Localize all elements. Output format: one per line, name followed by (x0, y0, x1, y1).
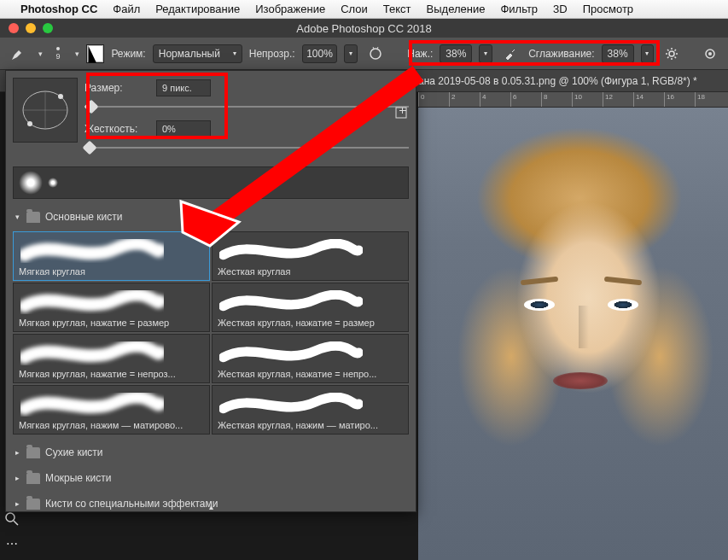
brush-preset-name: Жесткая круглая, нажим — матиро... (218, 420, 403, 430)
menu-3d[interactable]: 3D (553, 3, 568, 15)
brush-preset-tile[interactable]: Мягкая круглая (13, 231, 210, 281)
folder-icon (26, 499, 40, 510)
svg-point-0 (370, 49, 381, 59)
svg-point-3 (708, 52, 712, 55)
gear-icon[interactable] (661, 42, 684, 66)
svg-point-9 (399, 83, 404, 88)
pressure-opacity-icon[interactable] (364, 42, 387, 66)
mode-select[interactable]: Нормальный ▾ (153, 44, 242, 63)
brush-preset-name: Жесткая круглая (218, 266, 403, 277)
brush-preset-tile[interactable]: Жесткая круглая, нажатие = размер (212, 283, 409, 332)
brush-tool-icon[interactable] (7, 42, 30, 66)
window-title: Adobe Photoshop CC 2018 (296, 22, 431, 35)
brush-preset-name: Жесткая круглая, нажатие = размер (218, 318, 403, 328)
brush-preset-tile[interactable]: Мягкая круглая, нажатие = непроз... (13, 334, 210, 383)
svg-point-1 (669, 51, 674, 56)
brush-tip-preview[interactable] (13, 78, 78, 143)
window-title-bar: Adobe Photoshop CC 2018 (0, 19, 728, 38)
smoothing-input[interactable]: 38% (602, 44, 634, 63)
tool-dropdown-chev[interactable]: ▾ (38, 50, 43, 58)
menu-select[interactable]: Выделение (427, 3, 486, 15)
opacity-chev[interactable]: ▾ (344, 44, 357, 63)
folder-icon (26, 447, 40, 458)
brush-preset-name: Мягкая круглая, нажим — матирово... (19, 420, 204, 430)
brush-preset-name: Жесткая круглая, нажатие = непро... (218, 369, 403, 379)
brush-preset-tile[interactable]: Мягкая круглая, нажатие = размер (13, 283, 210, 332)
window-maximize-button[interactable] (43, 23, 53, 33)
gear-icon[interactable] (393, 78, 409, 93)
brush-preset-name: Мягкая круглая, нажатие = размер (19, 318, 204, 328)
canvas[interactable] (418, 108, 728, 560)
brush-preset-name: Мягкая круглая (19, 266, 204, 277)
menu-edit[interactable]: Редактирование (155, 3, 240, 15)
brush-preset-name: Мягкая круглая, нажатие = непроз... (19, 369, 204, 379)
mac-menu-bar: Photoshop CC Файл Редактирование Изображ… (0, 0, 728, 19)
window-close-button[interactable] (9, 23, 19, 33)
menu-view[interactable]: Просмотр (583, 3, 633, 15)
folder-icon (26, 212, 40, 223)
more-tools-icon[interactable]: ⋯ (6, 537, 18, 551)
recent-brushes-strip (13, 166, 409, 199)
brush-preset-tile[interactable]: Жесткая круглая, нажатие = непро... (212, 334, 409, 383)
chevron-right-icon: ▸ (13, 499, 21, 508)
window-minimize-button[interactable] (26, 23, 36, 33)
brush-preset-tile[interactable]: Жесткая круглая, нажим — матиро... (212, 385, 409, 435)
brush-preset-thumb[interactable]: 9 (50, 42, 67, 66)
size-label: Размер: (84, 82, 149, 94)
svg-rect-10 (396, 108, 406, 118)
folder-icon (26, 473, 40, 484)
menu-file[interactable]: Файл (113, 3, 140, 15)
brush-folder-wet[interactable]: ▸ Мокрые кисти (13, 467, 409, 489)
brush-folder-basic[interactable]: ▾ Основные кисти (13, 206, 409, 228)
swap-color-icon[interactable] (86, 44, 104, 63)
canvas-image (418, 108, 728, 560)
brush-preset-chev[interactable]: ▾ (75, 50, 79, 58)
pressure-size-icon[interactable] (698, 42, 721, 66)
chevron-down-icon: ▾ (13, 213, 21, 221)
options-bar: ▾ 9 ▾ Режим: Нормальный ▾ Непрозр.: 100%… (0, 38, 728, 70)
smoothing-chev[interactable]: ▾ (641, 44, 654, 63)
chevron-right-icon: ▸ (13, 474, 21, 482)
menu-image[interactable]: Изображение (255, 3, 325, 15)
size-slider[interactable] (84, 100, 409, 114)
chevron-right-icon: ▸ (13, 448, 21, 457)
recent-brush-thumb[interactable] (48, 178, 58, 188)
hardness-input[interactable]: 0% (156, 120, 211, 137)
smoothing-label: Сглаживание: (528, 48, 594, 60)
recent-brush-thumb[interactable] (19, 171, 43, 195)
brush-preset-panel: Размер: 9 пикс. Жесткость: 0% (5, 70, 416, 512)
document-tab[interactable]: ана 2019-05-08 в 0.05.31.png @ 100% (Фиг… (418, 75, 697, 87)
svg-point-8 (58, 94, 63, 99)
menu-text[interactable]: Текст (383, 3, 411, 15)
pressure-input[interactable]: 38% (440, 44, 472, 63)
opacity-label: Непрозр.: (249, 48, 295, 60)
svg-rect-12 (402, 108, 403, 114)
new-preset-icon[interactable] (393, 105, 409, 120)
brush-preset-tile[interactable]: Жесткая круглая (212, 231, 409, 281)
brush-folder-dry[interactable]: ▸ Сухие кисти (13, 441, 409, 464)
resize-handle-icon[interactable]: ▴ (209, 502, 213, 511)
pressure-chev[interactable]: ▾ (479, 44, 492, 63)
hardness-label: Жесткость: (84, 123, 149, 135)
menu-filter[interactable]: Фильтр (500, 3, 538, 15)
brush-preset-tile[interactable]: Мягкая круглая, нажим — матирово... (13, 385, 210, 435)
hardness-slider[interactable] (84, 141, 409, 155)
svg-point-7 (27, 121, 32, 126)
app-name[interactable]: Photoshop CC (20, 3, 97, 15)
size-input[interactable]: 9 пикс. (156, 79, 211, 96)
menu-layers[interactable]: Слои (341, 3, 368, 15)
horizontal-ruler: 0 2 4 6 8 10 12 14 16 18 (418, 92, 728, 108)
airbrush-icon[interactable] (499, 42, 522, 66)
pressure-label: Наж.: (407, 48, 433, 60)
mode-label: Режим: (111, 48, 145, 60)
opacity-input[interactable]: 100% (302, 44, 338, 63)
